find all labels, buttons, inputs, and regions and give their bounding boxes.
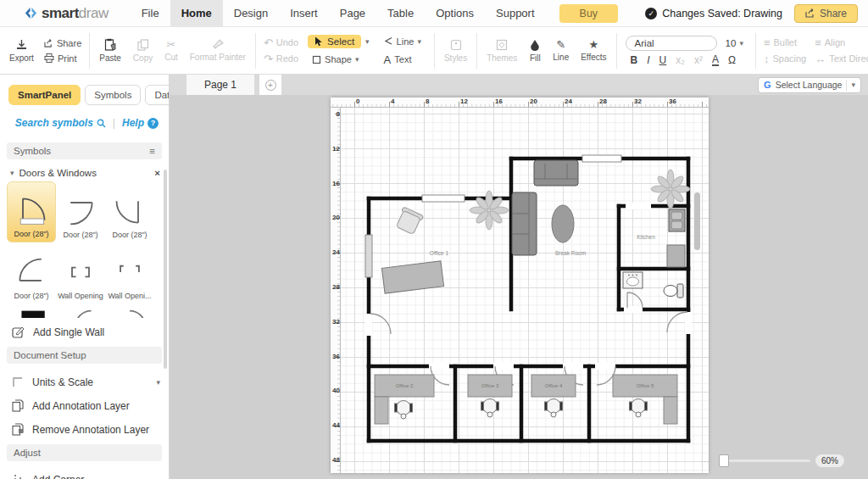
panel-scrollbar[interactable] <box>164 170 167 369</box>
search-symbols-label: Search symbols <box>15 117 93 129</box>
room-label-office3: Office 3 <box>481 383 499 388</box>
spacing-button[interactable]: ↕ Spacing <box>760 53 810 65</box>
menu-home[interactable]: Home <box>170 0 223 27</box>
menu-page[interactable]: Page <box>329 0 376 27</box>
font-family-input[interactable]: Arial <box>626 36 717 51</box>
symbol-grid-clipped-row[interactable] <box>0 304 169 318</box>
desk <box>381 261 443 293</box>
symbol-door-4[interactable]: Door (28") <box>7 242 56 304</box>
font-size-select[interactable]: 10 ▾ <box>722 36 747 50</box>
menu-options[interactable]: Options <box>425 0 485 27</box>
language-selector[interactable]: G Select Language ▾ <box>758 77 861 93</box>
text-direction-icon: ↔ <box>815 53 826 64</box>
toilet-tank <box>677 284 683 298</box>
bullet-button[interactable]: ≡ Bullet <box>760 36 810 49</box>
doors-windows-group[interactable]: ▾ Doors & Windows × <box>0 164 169 180</box>
symbol-door-2[interactable]: Door (28") <box>56 181 105 242</box>
cut-button[interactable]: ✂ Cut <box>159 37 184 64</box>
units-scale-button[interactable]: Units & Scale ▾ <box>0 369 169 392</box>
italic-button[interactable]: I <box>647 54 649 66</box>
redo-button[interactable]: ↷ Redo <box>259 53 303 65</box>
google-translate-icon: G <box>764 80 771 90</box>
symbol-label: Wall Openi... <box>108 292 151 300</box>
toilet <box>664 286 677 297</box>
select-dropdown-arrow[interactable]: ▾ <box>365 37 370 46</box>
undo-button[interactable]: ↶ Undo <box>259 36 303 49</box>
text-direction-button[interactable]: ↔ Text Direction <box>810 53 868 65</box>
line-style-button[interactable]: ✎ Line <box>547 37 575 64</box>
share-button[interactable]: Share <box>794 4 858 23</box>
menu-insert[interactable]: Insert <box>279 0 329 27</box>
paste-button[interactable]: Paste <box>93 36 127 64</box>
group-collapse-arrow[interactable]: ▾ <box>10 169 14 177</box>
line-tool-button[interactable]: Line ▾ <box>380 36 426 47</box>
toolbar-separator <box>434 33 435 69</box>
effects-button[interactable]: ★ Effects <box>575 37 612 64</box>
remove-annotation-layer-button[interactable]: Remove Annotation Layer <box>0 415 169 439</box>
remove-annotation-layer-label: Remove Annotation Layer <box>32 424 149 436</box>
menu-file[interactable]: File <box>131 0 170 27</box>
themes-button[interactable]: Themes <box>481 37 523 64</box>
text-tool-button[interactable]: A Text <box>380 53 426 67</box>
tab-symbols[interactable]: Symbols <box>85 85 141 105</box>
zoom-slider[interactable] <box>719 460 810 462</box>
symbol-wall-opening-2[interactable]: Wall Openi... <box>105 242 154 304</box>
symbol-door-1[interactable]: Door (28") <box>7 181 56 242</box>
underline-button[interactable]: U <box>659 54 667 66</box>
menu-table[interactable]: Table <box>376 0 425 27</box>
canvas-scrollbar[interactable] <box>694 192 700 250</box>
share-mini-button[interactable]: Share <box>40 37 86 49</box>
group-close-icon[interactable]: × <box>154 168 160 178</box>
divider <box>846 80 847 91</box>
add-annotation-layer-button[interactable]: Add Annotation Layer <box>0 392 169 415</box>
help-link[interactable]: Help ? <box>122 117 159 129</box>
styles-icon <box>450 39 462 51</box>
symbols-header-label: Symbols <box>14 146 51 156</box>
search-symbols-link[interactable]: Search symbols <box>15 117 106 129</box>
text-direction-label: Text Direction <box>829 53 868 64</box>
select-tool-button[interactable]: Select <box>308 35 361 48</box>
add-page-button[interactable]: + <box>259 75 281 95</box>
export-button[interactable]: Export <box>3 37 40 64</box>
group-title: Doors & Windows <box>19 168 97 178</box>
subscript-button[interactable]: x₂ <box>676 54 685 66</box>
shape-tool-button[interactable]: Shape ▾ <box>308 53 370 65</box>
line-dropdown-arrow[interactable]: ▾ <box>417 37 421 46</box>
add-single-wall-button[interactable]: Add Single Wall <box>0 318 169 342</box>
toolbar-separator <box>616 33 617 69</box>
tab-smartpanel[interactable]: SmartPanel <box>8 85 81 105</box>
symbols-section-header[interactable]: Symbols ≡ <box>7 142 162 159</box>
buy-button[interactable]: Buy <box>559 4 619 23</box>
tab-page-1[interactable]: Page 1 <box>186 75 254 95</box>
select-tool-label: Select <box>327 36 354 47</box>
symbol-wall-opening[interactable]: Wall Opening <box>56 242 105 304</box>
superscript-button[interactable]: x² <box>694 54 703 66</box>
styles-button[interactable]: Styles <box>438 37 473 64</box>
menu-design[interactable]: Design <box>223 0 279 27</box>
font-color-button[interactable]: A <box>712 54 719 66</box>
symbol-door-3[interactable]: Door (28") <box>105 181 154 242</box>
spacing-icon: ↕ <box>764 53 770 64</box>
share-mini-icon <box>44 39 53 47</box>
tab-data[interactable]: Data <box>145 85 170 105</box>
align-button[interactable]: ≡ Align <box>810 36 868 49</box>
zoom-slider-handle[interactable] <box>719 454 729 467</box>
menu-support[interactable]: Support <box>485 0 546 27</box>
ruler-number: 48 <box>331 456 340 464</box>
print-button[interactable]: Print <box>40 53 86 64</box>
shape-dropdown-arrow[interactable]: ▾ <box>355 55 359 64</box>
units-scale-dropdown-arrow[interactable]: ▾ <box>156 378 160 387</box>
insert-symbol-button[interactable]: Ω <box>728 54 736 66</box>
copy-button[interactable]: Copy <box>127 37 159 64</box>
symbols-menu-icon[interactable]: ≡ <box>149 146 155 156</box>
drawing-page[interactable]: Office 1 Break Room Kitchen Office 2 Off… <box>331 97 709 473</box>
floor-plan[interactable]: Office 1 Break Room Kitchen Office 2 Off… <box>331 97 709 473</box>
ruler-number: 28 <box>599 97 607 105</box>
wall-opening-symbol-icon <box>64 254 97 290</box>
copy-label: Copy <box>133 53 153 63</box>
themes-label: Themes <box>487 53 517 63</box>
fill-button[interactable]: Fill <box>523 37 547 64</box>
bold-button[interactable]: B <box>631 54 638 66</box>
format-painter-button[interactable]: Format Painter <box>184 37 252 64</box>
add-corner-button[interactable]: Add Corner <box>0 466 169 479</box>
